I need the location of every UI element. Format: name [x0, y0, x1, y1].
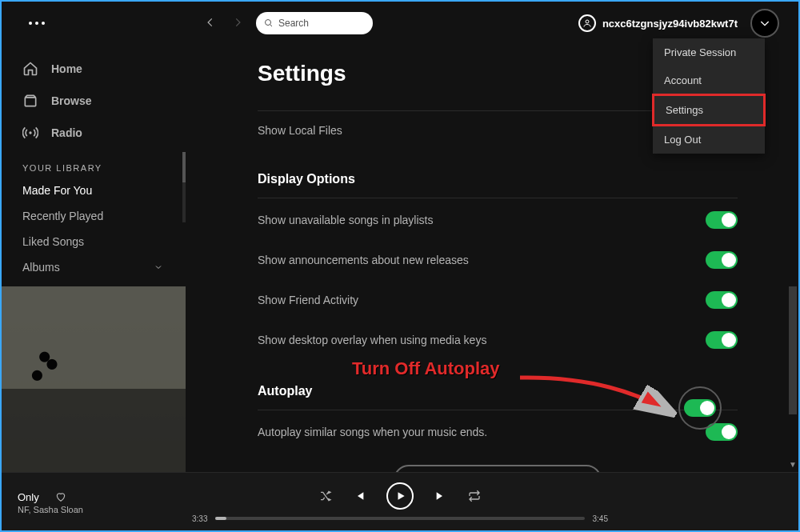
display-options-header: Display Options: [258, 172, 738, 186]
sidebar-item-browse[interactable]: Browse: [0, 85, 186, 117]
library-item-made-for-you[interactable]: Made For You: [0, 178, 186, 203]
sidebar-label: Home: [51, 62, 82, 75]
toggle-friend-activity[interactable]: [706, 291, 738, 309]
more-menu-icon[interactable]: [29, 22, 45, 25]
svg-point-0: [266, 20, 271, 26]
track-artist[interactable]: NF, Sasha Sloan: [18, 505, 83, 514]
username-label: ncxc6tzgnsjyz94ivb82kwt7t: [602, 18, 738, 30]
progress-bar[interactable]: [215, 517, 584, 520]
shuffle-icon[interactable]: [319, 490, 332, 502]
divider: [258, 198, 738, 198]
chevron-down-icon[interactable]: [750, 9, 779, 38]
sidebar-item-radio[interactable]: Radio: [0, 117, 186, 149]
option-label: Show announcements about new releases: [258, 254, 469, 266]
dropdown-item-private[interactable]: Private Session: [653, 38, 765, 66]
total-time: 3:45: [593, 514, 608, 523]
track-title[interactable]: Only: [18, 491, 39, 503]
sidebar-label: Browse: [51, 94, 92, 107]
search-placeholder: Search: [278, 18, 309, 29]
search-input[interactable]: Search: [256, 12, 373, 34]
nav-forward-button[interactable]: [232, 17, 243, 30]
library-item-label: Albums: [22, 261, 60, 274]
show-advanced-button[interactable]: SHOW ADVANCED SETTINGS: [394, 465, 602, 472]
main-scrollbar[interactable]: ▲ ▼: [789, 46, 797, 458]
user-icon: [578, 14, 596, 32]
now-playing-cover[interactable]: [0, 286, 186, 472]
dropdown-item-logout[interactable]: Log Out: [653, 126, 765, 154]
library-header: YOUR LIBRARY: [0, 149, 186, 178]
previous-icon[interactable]: [353, 490, 366, 502]
play-button[interactable]: [386, 482, 414, 510]
dropdown-item-settings[interactable]: Settings: [652, 94, 766, 126]
svg-point-2: [586, 20, 589, 23]
svg-point-4: [29, 131, 31, 134]
sidebar-item-home[interactable]: Home: [0, 53, 186, 85]
next-icon[interactable]: [434, 490, 447, 502]
library-item-albums[interactable]: Albums: [0, 254, 186, 280]
option-label: Show unavailable songs in playlists: [258, 214, 433, 226]
chevron-down-icon: [154, 262, 163, 272]
sidebar: Home Browse Radio YOUR LIBRARY Made For …: [0, 46, 186, 472]
annotation-arrow: [512, 368, 688, 432]
library-item-liked-songs[interactable]: Liked Songs: [0, 229, 186, 254]
browse-icon: [22, 93, 38, 109]
scroll-down-icon[interactable]: ▼: [788, 460, 798, 470]
option-label: Show Friend Activity: [258, 294, 358, 306]
radio-icon: [22, 125, 38, 141]
toggle-desktop-overlay[interactable]: [706, 331, 738, 349]
user-dropdown: Private Session Account Settings Log Out: [653, 38, 765, 154]
library-item-recently-played[interactable]: Recently Played: [0, 203, 186, 229]
svg-line-1: [270, 25, 273, 27]
heart-icon[interactable]: [55, 491, 66, 502]
autoplay-description: Autoplay similar songs when your music e…: [258, 426, 487, 438]
repeat-icon[interactable]: [468, 490, 481, 502]
local-files-label: Show Local Files: [258, 124, 342, 137]
sidebar-label: Radio: [51, 126, 82, 139]
elapsed-time: 3:33: [192, 514, 207, 523]
now-playing-bar: Only NF, Sasha Sloan 3:33 3:45: [0, 472, 800, 532]
home-icon: [22, 61, 38, 77]
option-label: Show desktop overlay when using media ke…: [258, 334, 486, 346]
toggle-unavailable-songs[interactable]: [706, 211, 738, 229]
dropdown-item-account[interactable]: Account: [653, 66, 765, 94]
user-menu-button[interactable]: ncxc6tzgnsjyz94ivb82kwt7t: [578, 9, 779, 38]
svg-rect-3: [25, 98, 35, 106]
toggle-announcements[interactable]: [706, 251, 738, 269]
toggle-autoplay-highlight: [684, 399, 716, 417]
annotation-text: Turn Off Autoplay: [352, 358, 500, 379]
nav-back-button[interactable]: [205, 17, 216, 30]
